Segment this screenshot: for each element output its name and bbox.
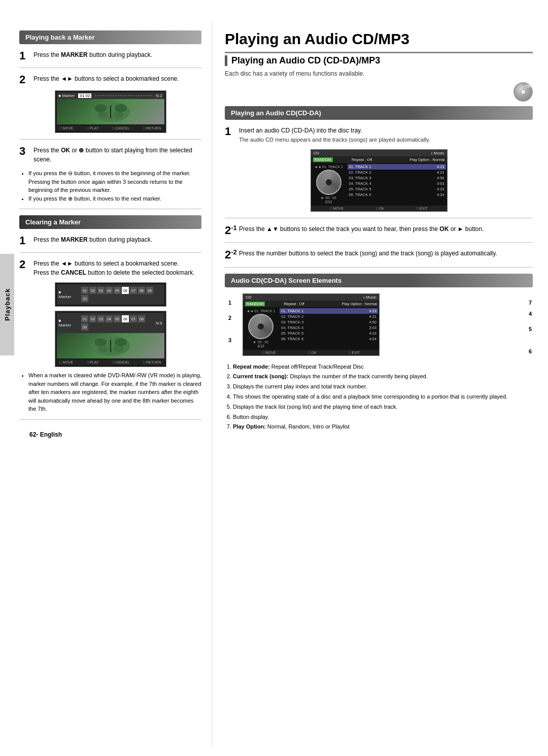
clearing-note: When a marker is cleared while DVD-RAM/-… — [28, 371, 201, 413]
cd-track-6: 06. TRACK 6 4:24 — [348, 192, 446, 198]
bottom-play: □ PLAY — [87, 126, 99, 130]
cd2-repeat: Repeat : Off — [284, 302, 304, 306]
cd-screen-main: ◄◄ 01. TRACK 1 ► 00 : 02 2/12 01. TRACK … — [311, 163, 447, 206]
annotation-6: 6 — [529, 348, 532, 354]
cd-repeat-label: Repeat : Off — [352, 157, 372, 162]
mn-08: 08 — [138, 287, 145, 294]
cd2-t1-name: 01. TRACK 1 — [281, 309, 303, 313]
clear-marker-image — [57, 333, 164, 358]
cd-track-4-time: 3:03 — [437, 181, 444, 186]
cd2-bottom-ok: □ OK — [308, 351, 316, 354]
cd2-t5-name: 05. TRACK 5 — [281, 331, 303, 336]
cd-track-5-name: 05. TRACK 5 — [349, 187, 371, 191]
cd2-t6-name: 06. TRACK 6 — [281, 337, 303, 341]
cd-center-hole — [521, 89, 526, 94]
svg-point-9 — [98, 345, 108, 352]
cd2-current-track: ◄◄ 01. TRACK 1 — [247, 309, 276, 313]
clear-step-1-content: Press the MARKER button during playback. — [33, 235, 201, 244]
marker-suffix: N:2 — [156, 93, 162, 98]
divider-1 — [19, 68, 201, 68]
element-2: Current track (song): Displays the numbe… — [233, 372, 533, 382]
cd2-t3-time: 4:50 — [369, 320, 376, 324]
right-step-number-1: 1 — [225, 126, 239, 137]
marker-bold-1: MARKER — [61, 51, 88, 58]
cd2-track-3: 03. TRACK 3 4:50 — [280, 319, 378, 325]
element-4: This shows the operating state of a disc… — [233, 392, 533, 402]
cd-disc-area: ◄◄ 01. TRACK 1 ► 00 : 02 2/12 — [311, 163, 347, 206]
mn2-08: 08 — [138, 315, 145, 322]
svg-point-3 — [98, 111, 108, 118]
cd2-track-4: 04. TRACK 4 3:03 — [280, 325, 378, 331]
clearing-marker-screen-1: ■ Marker 01 02 03 04 05 06 07 08 09 10 — [55, 282, 166, 307]
step-1-content: Press the MARKER button during playback. — [33, 50, 201, 59]
clear-step-2-content: Press the ◄► buttons to select a bookmar… — [33, 259, 201, 277]
clear-bottom-bar: □ MOVE □ PLAY □ CANCEL □ RETURN — [57, 359, 164, 365]
mn-06: 06 — [122, 287, 129, 294]
mn-09: 09 — [146, 287, 153, 294]
divider-2 — [19, 139, 201, 140]
cd2-t3-name: 03. TRACK 3 — [281, 320, 303, 324]
element-5: Displays the track list (song list) and … — [233, 402, 533, 412]
right-step-1: 1 Insert an audio CD (CD-DA) into the di… — [225, 126, 533, 144]
svg-point-10 — [113, 345, 123, 352]
right-step-number-2-1: 2-1 — [225, 224, 239, 236]
annotated-screen-container: 1 2 3 7 4 5 6 CD ♪ Music — [243, 293, 518, 356]
cd2-disc — [248, 314, 273, 339]
clear-marker-label-2: ■ Marker — [59, 318, 75, 327]
cd-label: CD — [526, 84, 531, 88]
clear-marker-suffix-2: N:9 — [156, 321, 162, 325]
annotation-4: 4 — [529, 311, 532, 317]
svg-point-7 — [94, 338, 107, 346]
bullet-2: If you press the ⊕ button, it moves to t… — [28, 194, 201, 203]
cd-screen-title-left: CD — [314, 151, 320, 155]
annotation-1: 1 — [228, 300, 231, 306]
cd2-titlebar: CD ♪ Music — [243, 294, 379, 301]
clear-marker-bar-2: ■ Marker 01 02 03 04 05 06 07 08 09 N:9 — [57, 313, 164, 333]
cd-track-1-active: 01. TRACK 1 4:23 — [348, 164, 446, 170]
cd-track-1-name: 01. TRACK 1 — [349, 165, 371, 169]
mn-02: 02 — [89, 287, 96, 294]
divider-section — [19, 209, 201, 209]
footer: 62- English — [19, 426, 201, 443]
cd-icon: CD — [513, 82, 533, 102]
cd2-bottom-move: □ MOVE — [262, 351, 276, 354]
cd-screen-2: CD ♪ Music RANDOM Repeat : Off Play Opti… — [243, 293, 380, 356]
mn2-03: 03 — [97, 315, 105, 322]
cd-track-6-time: 4:24 — [437, 192, 444, 197]
annotation-2: 2 — [228, 315, 231, 321]
cd2-statusbar: RANDOM Repeat : Off Play Option : Normal — [243, 301, 379, 307]
clearing-marker-screen-2: ■ Marker 01 02 03 04 05 06 07 08 09 N:9 — [55, 311, 166, 367]
screen-elements-header: Audio CD(CD-DA) Screen Elements — [225, 274, 533, 287]
mn-01: 01 — [81, 287, 88, 294]
cd2-track-1: 01. TRACK 1 4:23 — [280, 308, 378, 314]
cd-track-4: 04. TRACK 4 3:03 — [348, 181, 446, 186]
bottom-cancel: □ CANCEL — [112, 126, 130, 130]
bullet-1: If you press the ⊖ button, it moves to t… — [28, 169, 201, 194]
subtitle-text: Each disc has a variety of menu function… — [225, 70, 533, 77]
right-step-2-1-content: Press the ▲▼ buttons to select the track… — [239, 224, 533, 234]
cancel-bold: CANCEL — [61, 269, 86, 276]
right-step-2-1: 2-1 Press the ▲▼ buttons to select the t… — [225, 224, 533, 236]
element-1: Repeat mode: Repeat off/Repeat Track/Rep… — [233, 362, 533, 372]
mn2-09: 09 — [81, 323, 88, 331]
element-7: Play Option: Normal, Random, Intro or Pl… — [233, 422, 533, 432]
cd2-track-5: 05. TRACK 5 4:23 — [280, 331, 378, 336]
audio-cd-header: Playing an Audio CD(CD-DA) — [225, 106, 533, 120]
clear-step-number-2: 2 — [19, 259, 33, 270]
sup-2: -2 — [231, 248, 237, 256]
cd-track-5: 05. TRACK 5 4:23 — [348, 186, 446, 192]
marker-number-display: 01 02 — [78, 93, 91, 98]
element-3: Displays the current play index and tota… — [233, 382, 533, 392]
cd-track-3-time: 4:50 — [437, 176, 444, 180]
cd1-bottom-exit: □ EXIT — [417, 207, 428, 210]
cd-disc-graphic — [316, 170, 341, 195]
playing-back-marker-header: Playing back a Marker — [19, 30, 201, 44]
svg-point-1 — [94, 104, 107, 112]
mn2-07: 07 — [130, 315, 137, 322]
step-number-1: 1 — [19, 50, 33, 61]
cd2-hole — [258, 323, 264, 330]
marker-screen-playback: ■ Marker 01 02 N:2 □ MO — [55, 90, 166, 133]
clearing-marker-section: Clearing a Marker 1 Press the MARKER but… — [19, 215, 201, 413]
bottom-move: □ MOVE — [60, 126, 74, 130]
element-2-bold: Current track (song): — [233, 373, 288, 379]
